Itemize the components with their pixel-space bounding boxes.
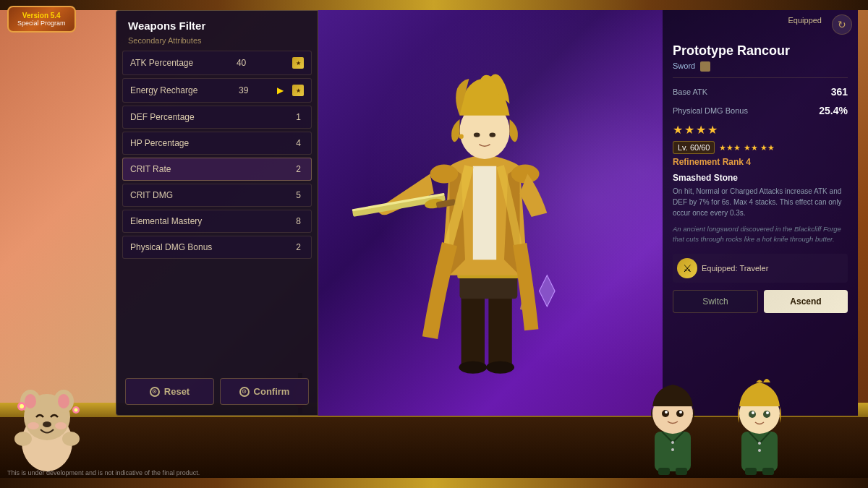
svg-point-32 xyxy=(58,394,69,408)
filter-name-elemental: Elemental Mastery xyxy=(130,216,202,226)
version-line1: Version 5.4 xyxy=(17,12,66,20)
equipped-char-name: Equipped: Traveler xyxy=(702,264,768,273)
star-4: ★ xyxy=(707,123,718,137)
level-row: Lv. 60/60 ★★★ ★★ ★★ xyxy=(673,141,848,154)
filter-name-crit-rate: CRIT Rate xyxy=(130,164,171,174)
star-2: ★ xyxy=(684,123,694,137)
filter-item-energy[interactable]: Energy Recharge 39 ★ ▶ xyxy=(122,78,312,103)
version-line2: Special Program xyxy=(17,20,66,27)
svg-point-59 xyxy=(758,449,761,452)
character-area xyxy=(347,10,622,416)
secondary-stat-label: Physical DMG Bonus xyxy=(673,106,748,115)
filter-icon-atk-pct: ★ xyxy=(292,57,304,69)
star-3: ★ xyxy=(696,123,706,137)
switch-button[interactable]: Switch xyxy=(673,290,758,313)
svg-point-35 xyxy=(55,422,67,429)
char-avatar: ⚔ xyxy=(677,258,697,278)
svg-point-31 xyxy=(25,394,36,408)
svg-rect-60 xyxy=(745,468,757,475)
svg-point-37 xyxy=(62,432,80,446)
level-badge: Lv. 60/60 xyxy=(673,141,715,154)
svg-point-15 xyxy=(430,165,458,184)
svg-point-58 xyxy=(758,442,761,445)
svg-rect-61 xyxy=(762,468,774,475)
svg-point-41 xyxy=(75,408,78,412)
svg-point-11 xyxy=(459,361,487,373)
svg-point-57 xyxy=(766,411,769,414)
svg-point-36 xyxy=(14,432,32,446)
main-panel: Weapons Filter Secondary Attributes ATK … xyxy=(116,10,858,416)
secondary-stat-value: 25.4% xyxy=(819,105,848,116)
star-1: ★ xyxy=(673,123,683,137)
equipped-char-row: ⚔ Equipped: Traveler xyxy=(673,254,848,283)
chibi-raccoon xyxy=(7,381,87,478)
svg-point-46 xyxy=(665,411,668,414)
ascend-button[interactable]: Ascend xyxy=(764,290,848,313)
filter-panel: Weapons Filter Secondary Attributes ATK … xyxy=(116,10,318,416)
weapon-display: Equipped ↻ Prototype Rancour Sword Base … xyxy=(318,10,858,416)
filter-subtitle: Secondary Attributes xyxy=(116,36,318,51)
refresh-button[interactable]: ↻ xyxy=(832,14,852,35)
svg-rect-50 xyxy=(658,468,670,475)
svg-point-39 xyxy=(20,404,24,408)
chibi-dark-hair xyxy=(637,367,709,478)
lock-icon xyxy=(700,61,710,72)
filter-count-physical: 2 xyxy=(296,242,301,252)
filter-item-elemental[interactable]: Elemental Mastery 8 xyxy=(122,210,312,233)
confirm-button[interactable]: ⊙ Confirm xyxy=(220,378,309,405)
reset-label: Reset xyxy=(164,386,190,397)
svg-point-22 xyxy=(474,132,480,137)
filter-item-physical[interactable]: Physical DMG Bonus 2 xyxy=(122,236,312,259)
filter-count-crit-rate: 2 xyxy=(296,164,301,174)
svg-rect-51 xyxy=(676,468,687,475)
filter-name-physical: Physical DMG Bonus xyxy=(130,242,212,252)
svg-point-12 xyxy=(486,361,514,373)
svg-rect-42 xyxy=(655,432,691,471)
version-badge: Version 5.4 Special Program xyxy=(7,6,76,33)
filter-name-atk-pct: ATK Percentage xyxy=(130,58,193,68)
filter-item-crit-dmg[interactable]: CRIT DMG 5 xyxy=(122,184,312,207)
svg-marker-25 xyxy=(540,275,556,307)
svg-point-49 xyxy=(671,448,674,451)
confirm-label: Confirm xyxy=(254,386,290,397)
reset-button[interactable]: ⊙ Reset xyxy=(125,378,214,405)
action-buttons: Switch Ascend xyxy=(673,290,848,313)
equipped-badge: Equipped xyxy=(788,16,822,25)
filter-item-hp-pct[interactable]: HP Percentage 4 xyxy=(122,132,312,155)
top-decorative-bar xyxy=(0,0,868,10)
weapon-type: Sword xyxy=(673,61,848,72)
filter-buttons: ⊙ Reset ⊙ Confirm xyxy=(116,371,318,408)
svg-rect-9 xyxy=(461,291,485,369)
svg-rect-13 xyxy=(459,275,517,299)
filter-item-atk-pct[interactable]: ATK Percentage 40 ★ xyxy=(122,51,312,75)
filter-list: ATK Percentage 40 ★ Energy Recharge 39 ★… xyxy=(116,51,318,371)
svg-point-33 xyxy=(43,421,51,427)
filter-count-elemental: 8 xyxy=(296,216,301,226)
svg-point-24 xyxy=(459,134,463,139)
divider-1 xyxy=(673,77,848,78)
svg-point-56 xyxy=(752,411,754,414)
base-atk-value: 361 xyxy=(831,86,848,98)
filter-item-def-pct[interactable]: DEF Percentage 1 xyxy=(122,106,312,129)
base-atk-row: Base ATK 361 xyxy=(673,84,848,100)
confirm-icon: ⊙ xyxy=(239,387,250,397)
filter-icon-energy: ★ xyxy=(292,85,304,96)
chibi-blonde-hair xyxy=(723,367,796,478)
filter-count-def-pct: 1 xyxy=(296,112,301,122)
svg-point-23 xyxy=(489,132,495,137)
filter-count-energy: 39 xyxy=(239,85,248,95)
svg-point-48 xyxy=(671,441,674,444)
secondary-stat-row: Physical DMG Bonus 25.4% xyxy=(673,103,848,119)
svg-point-34 xyxy=(27,422,39,429)
filter-name-def-pct: DEF Percentage xyxy=(130,112,195,122)
filter-item-crit-rate[interactable]: CRIT Rate 2 xyxy=(122,158,312,181)
dev-notice: This is under development and is not ind… xyxy=(7,469,200,476)
refinement-row: Refinement Rank 4 xyxy=(673,157,848,167)
level-stars: ★★★ ★★ ★★ xyxy=(719,143,774,153)
weapon-name: Prototype Rancour xyxy=(673,43,848,59)
filter-count-hp-pct: 4 xyxy=(296,138,301,148)
filter-count-crit-dmg: 5 xyxy=(296,190,301,200)
skill-name: Smashed Stone xyxy=(673,173,848,183)
svg-point-47 xyxy=(679,411,682,414)
stars-row: ★ ★ ★ ★ xyxy=(673,123,848,137)
